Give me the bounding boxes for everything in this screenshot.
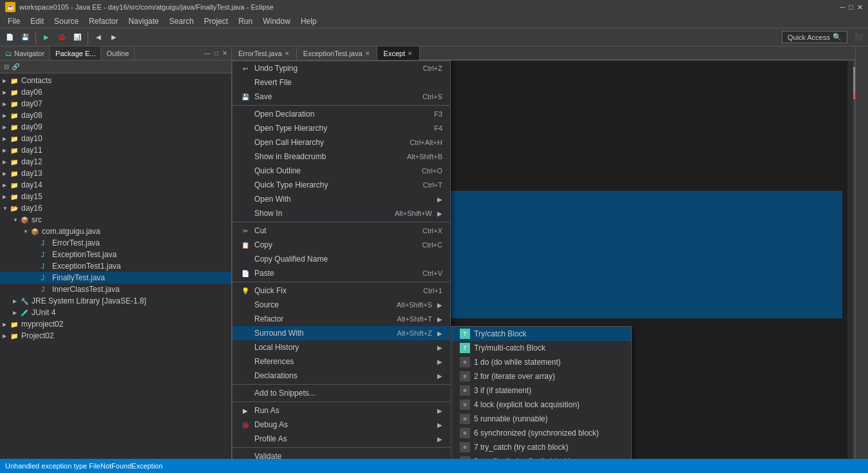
tree-item-package[interactable]: ▼ 📦 com.atguigu.java — [0, 226, 231, 237]
tab-except[interactable]: Except ✕ — [377, 46, 420, 60]
ctx-validate[interactable]: Validate — [232, 449, 450, 459]
forward-btn[interactable]: ▶ — [107, 30, 121, 44]
sm-synchronized[interactable]: ≡ 6 synchronized (synchronized block) — [452, 426, 631, 440]
minimize-btn[interactable]: ─ — [840, 3, 845, 11]
ctx-open-type-hierarchy[interactable]: Open Type Hierarchy F4 — [232, 121, 450, 135]
tree-item-project02[interactable]: ▶ 📁 Project02 — [0, 330, 231, 342]
ctx-open-call-hierarchy[interactable]: Open Call Hierarchy Ctrl+Alt+H — [232, 135, 450, 150]
close-tab-errortest[interactable]: ✕ — [285, 50, 290, 57]
sm-trycatch[interactable]: T Try/catch Block — [452, 327, 631, 341]
ctx-save[interactable]: 💾 Save Ctrl+S — [232, 90, 450, 104]
maximize-panel-btn[interactable]: □ — [213, 49, 220, 57]
ctx-add-snippets[interactable]: Add to Snippets... — [232, 386, 450, 400]
tree-item-day06[interactable]: ▶ 📁 day06 — [0, 86, 231, 98]
ctx-cut[interactable]: ✂ Cut Ctrl+X — [232, 224, 450, 238]
tree-item-exceptiontest1[interactable]: J ExceptionTest1.java — [0, 260, 231, 272]
tab-exceptiontest[interactable]: ExceptionTest.java ✕ — [297, 46, 377, 60]
ctx-refactor[interactable]: Refactor Alt+Shift+T ▶ — [232, 312, 450, 326]
tree-item-exceptiontest[interactable]: J ExceptionTest.java — [0, 249, 231, 260]
menu-refactor[interactable]: Refactor — [84, 14, 123, 28]
sm-dowhile[interactable]: ≡ 1 do (do while statement) — [452, 355, 631, 369]
tab-outline[interactable]: Outline — [101, 46, 135, 60]
editor-scrollbar[interactable] — [847, 61, 855, 459]
ctx-local-history[interactable]: Local History ▶ — [232, 340, 450, 354]
debug-btn[interactable]: 🐞 — [55, 30, 69, 44]
profile-btn[interactable]: 📊 — [70, 30, 84, 44]
tab-errortest[interactable]: ErrorTest.java ✕ — [232, 46, 297, 60]
ctx-profile-as[interactable]: Profile As ▶ — [232, 432, 450, 446]
ctx-source[interactable]: Source Alt+Shift+S ▶ — [232, 298, 450, 312]
close-tab-exceptiontest[interactable]: ✕ — [365, 50, 370, 57]
menu-project[interactable]: Project — [199, 14, 233, 28]
tree-item-junit[interactable]: ▶ 🧪 JUnit 4 — [0, 307, 231, 318]
collapse-all-btn[interactable]: ⊟ — [3, 63, 10, 70]
ctx-quick-outline[interactable]: Quick Outline Ctrl+O — [232, 164, 450, 178]
menu-window[interactable]: Window — [258, 14, 296, 28]
tab-navigator[interactable]: 🗂 Navigator — [0, 46, 50, 60]
menu-file[interactable]: File — [3, 14, 25, 28]
menu-navigate[interactable]: Navigate — [123, 14, 164, 28]
ctx-paste[interactable]: 📄 Paste Ctrl+V — [232, 266, 450, 280]
tree-item-myproject[interactable]: ▶ 📁 myproject02 — [0, 318, 231, 330]
back-btn[interactable]: ◀ — [91, 30, 106, 44]
tree-item-day16[interactable]: ▼ 📂 day16 — [0, 202, 231, 214]
ctx-surround-with[interactable]: Surround With Alt+Shift+Z ▶ T Try/catch … — [232, 326, 450, 340]
tree-label-day10: day10 — [21, 134, 42, 143]
sm-trymulticatch[interactable]: T Try/multi-catch Block — [452, 341, 631, 355]
close-panel-btn[interactable]: ✕ — [221, 49, 229, 57]
tree-item-day09[interactable]: ▶ 📁 day09 — [0, 121, 231, 133]
ctx-debug-as[interactable]: 🐞 Debug As ▶ — [232, 418, 450, 432]
tree-item-innerclasstest[interactable]: J InnerClassTest.java — [0, 284, 231, 295]
ctx-copy-qualified[interactable]: Copy Qualified Name — [232, 252, 450, 266]
menu-run[interactable]: Run — [233, 14, 258, 28]
new-btn[interactable]: 📄 — [3, 30, 17, 44]
ctx-quick-type-hierarchy[interactable]: Quick Type Hierarchy Ctrl+T — [232, 178, 450, 192]
run-btn[interactable]: ▶ — [39, 30, 53, 44]
sm-if[interactable]: ≡ 3 if (if statement) — [452, 383, 631, 398]
tree-item-day10[interactable]: ▶ 📁 day10 — [0, 133, 231, 144]
tree-item-day13[interactable]: ▶ 📁 day13 — [0, 168, 231, 179]
perspectives-btn[interactable]: ⬛ — [851, 30, 865, 44]
sm-for[interactable]: ≡ 2 for (iterate over array) — [452, 369, 631, 383]
tree-item-jre[interactable]: ▶ 🔧 JRE System Library [JavaSE-1.8] — [0, 295, 231, 307]
tree-item-src[interactable]: ▼ 📦 src — [0, 214, 231, 226]
tree-item-day08[interactable]: ▶ 📁 day08 — [0, 110, 231, 121]
tree-item-day07[interactable]: ▶ 📁 day07 — [0, 98, 231, 110]
sm-runnable[interactable]: ≡ 5 runnable (runnable) — [452, 412, 631, 426]
close-btn[interactable]: ✕ — [857, 3, 863, 12]
ctx-run-as[interactable]: ▶ Run As ▶ — [232, 403, 450, 418]
ctx-revert-file[interactable]: Revert File — [232, 75, 450, 90]
ctx-quick-fix[interactable]: 💡 Quick Fix Ctrl+1 — [232, 284, 450, 298]
ctx-open-declaration[interactable]: Open Declaration F3 — [232, 107, 450, 121]
tree-item-day15[interactable]: ▶ 📁 day15 — [0, 191, 231, 202]
save-btn[interactable]: 💾 — [18, 30, 32, 44]
ctx-show-breadcrumb[interactable]: Show in Breadcrumb Alt+Shift+B — [232, 150, 450, 164]
tree-item-contacts[interactable]: ▶ 📁 Contacts — [0, 75, 231, 86]
sm-tryfinally[interactable]: ≡ 8 try_finally (try finally block) — [452, 454, 631, 459]
tree-item-finallytest[interactable]: J FinallyTest.java — [0, 272, 231, 284]
ctx-references[interactable]: References ▶ — [232, 354, 450, 369]
tree-item-day14[interactable]: ▶ 📁 day14 — [0, 179, 231, 191]
menu-source[interactable]: Source — [49, 14, 84, 28]
ctx-open-with[interactable]: Open With ▶ — [232, 192, 450, 206]
menu-help[interactable]: Help — [296, 14, 322, 28]
tree-item-day11[interactable]: ▶ 📁 day11 — [0, 144, 231, 156]
sm-trymulticatch-label: Try/multi-catch Block — [474, 343, 545, 352]
minimize-panel-btn[interactable]: — — [203, 49, 212, 57]
menu-edit[interactable]: Edit — [25, 14, 49, 28]
tree-item-errortest[interactable]: J ErrorTest.java — [0, 237, 231, 249]
sm-lock[interactable]: ≡ 4 lock (explicit lock acquisition) — [452, 398, 631, 412]
ctx-declarations[interactable]: Declarations ▶ — [232, 369, 450, 383]
ctx-copy[interactable]: 📋 Copy Ctrl+C — [232, 238, 450, 252]
tab-package-explorer[interactable]: Package E... — [50, 46, 101, 60]
maximize-btn[interactable]: □ — [849, 3, 853, 11]
cut-icon: ✂ — [240, 226, 250, 236]
ctx-undo-typing[interactable]: ↩ Undo Typing Ctrl+Z — [232, 61, 450, 75]
close-tab-except[interactable]: ✕ — [408, 50, 413, 57]
sm-trycatch2[interactable]: ≡ 7 try_catch (try catch block) — [452, 440, 631, 454]
tree-item-day12[interactable]: ▶ 📁 day12 — [0, 156, 231, 168]
ctx-show-in[interactable]: Show In Alt+Shift+W ▶ — [232, 206, 450, 220]
quick-access-bar[interactable]: Quick Access 🔍 — [782, 31, 847, 43]
link-editor-btn[interactable]: 🔗 — [10, 63, 21, 70]
menu-search[interactable]: Search — [164, 14, 199, 28]
